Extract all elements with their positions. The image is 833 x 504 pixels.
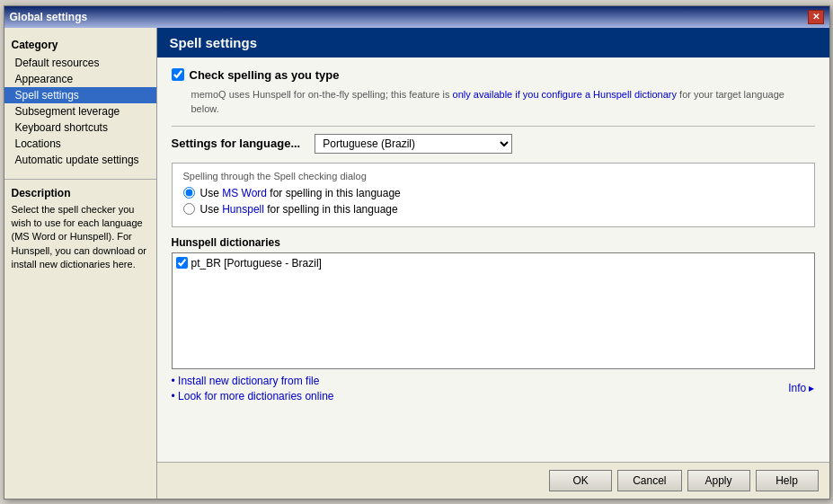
info-link[interactable]: Info ▸ bbox=[788, 382, 814, 394]
radio-hunspell[interactable] bbox=[183, 203, 195, 215]
sidebar-item-appearance[interactable]: Appearance bbox=[4, 71, 156, 87]
install-dict-link[interactable]: Install new dictionary from file bbox=[172, 375, 334, 387]
lookup-dict-link[interactable]: Look for more dictionaries online bbox=[172, 390, 334, 402]
dict-checkbox-pt-br[interactable] bbox=[176, 257, 188, 269]
check-spelling-label: Check spelling as you type bbox=[190, 68, 340, 82]
ok-button[interactable]: OK bbox=[549, 470, 612, 491]
radio1-label-part2: for spelling in this language bbox=[267, 187, 401, 199]
help-button[interactable]: Help bbox=[756, 470, 819, 491]
sidebar-item-locations[interactable]: Locations bbox=[4, 136, 156, 152]
hunspell-dictionaries-section: Hunspell dictionaries pt_BR [Portuguese … bbox=[172, 236, 815, 402]
dict-list-box[interactable]: pt_BR [Portuguese - Brazil] bbox=[172, 252, 815, 369]
apply-button[interactable]: Apply bbox=[687, 470, 750, 491]
language-select[interactable]: Portuguese (Brazil) English (US) French … bbox=[315, 134, 512, 154]
dict-links-left: Install new dictionary from file Look fo… bbox=[172, 375, 334, 402]
title-bar-buttons: ✕ bbox=[808, 10, 824, 24]
window-title: Global settings bbox=[10, 11, 88, 23]
sidebar-description: Description Select the spell checker you… bbox=[4, 179, 156, 279]
sidebar: Category Default resources Appearance Sp… bbox=[4, 28, 157, 499]
description-text: Select the spell checker you wish to use… bbox=[12, 203, 149, 272]
hunspell-text: Hunspell bbox=[222, 203, 264, 216]
check-spelling-row: Check spelling as you type bbox=[172, 68, 815, 82]
window-body: Category Default resources Appearance Sp… bbox=[4, 28, 829, 499]
ms-word-text: MS Word bbox=[222, 187, 267, 199]
group-label: Spelling through the Spell checking dial… bbox=[183, 171, 803, 181]
sidebar-item-auto-update[interactable]: Automatic update settings bbox=[4, 152, 156, 168]
radio-ms-word-row: Use MS Word for spelling in this languag… bbox=[183, 187, 803, 199]
check-spelling-checkbox[interactable] bbox=[172, 68, 184, 81]
dict-label-pt-br: pt_BR [Portuguese - Brazil] bbox=[191, 257, 322, 270]
radio2-label-part2: for spelling in this language bbox=[264, 203, 398, 216]
sidebar-item-default-resources[interactable]: Default resources bbox=[4, 55, 156, 71]
radio-hunspell-label: Use Hunspell for spelling in this langua… bbox=[200, 203, 398, 216]
spell-checking-group: Spelling through the Spell checking dial… bbox=[172, 163, 815, 227]
title-bar: Global settings ✕ bbox=[4, 6, 829, 28]
sidebar-item-subsegment-leverage[interactable]: Subsegment leverage bbox=[4, 103, 156, 119]
hunspell-section-title: Hunspell dictionaries bbox=[172, 236, 815, 249]
info-text-part1: memoQ uses Hunspell for on-the-fly spell… bbox=[191, 89, 453, 100]
info-text-highlight: only available if you configure a Hunspe… bbox=[453, 89, 677, 100]
sidebar-category-title: Category bbox=[4, 35, 156, 55]
cancel-button[interactable]: Cancel bbox=[617, 470, 681, 491]
main-content: Spell settings Check spelling as you typ… bbox=[157, 28, 829, 499]
description-title: Description bbox=[12, 187, 149, 199]
spell-info-text: memoQ uses Hunspell for on-the-fly spell… bbox=[191, 87, 815, 117]
close-button[interactable]: ✕ bbox=[808, 10, 824, 24]
radio-hunspell-row: Use Hunspell for spelling in this langua… bbox=[183, 203, 803, 216]
main-body: Check spelling as you type memoQ uses Hu… bbox=[157, 57, 829, 462]
radio-ms-word-label: Use MS Word for spelling in this languag… bbox=[200, 187, 401, 199]
settings-for-language-row: Settings for language... Portuguese (Bra… bbox=[172, 134, 815, 154]
global-settings-window: Global settings ✕ Category Default resou… bbox=[4, 5, 830, 500]
footer-buttons: OK Cancel Apply Help bbox=[157, 462, 829, 499]
dict-item-pt-br: pt_BR [Portuguese - Brazil] bbox=[176, 257, 811, 270]
sidebar-item-keyboard-shortcuts[interactable]: Keyboard shortcuts bbox=[4, 119, 156, 136]
divider1 bbox=[172, 126, 815, 127]
main-header: Spell settings bbox=[157, 28, 829, 57]
dict-links-row: Install new dictionary from file Look fo… bbox=[172, 375, 815, 402]
settings-for-lang-label: Settings for language... bbox=[172, 137, 301, 150]
radio-ms-word[interactable] bbox=[183, 187, 195, 199]
sidebar-item-spell-settings[interactable]: Spell settings bbox=[4, 87, 156, 103]
